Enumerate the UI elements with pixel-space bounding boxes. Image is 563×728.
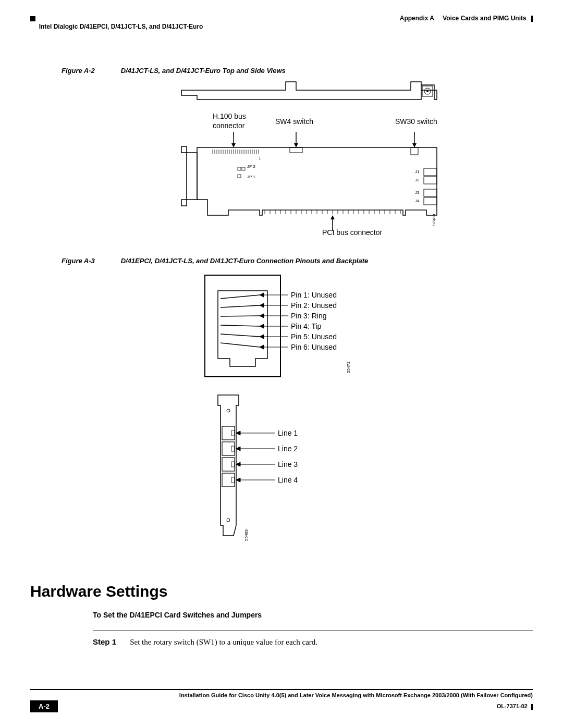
label-pin1: Pin 1: Unused bbox=[291, 291, 337, 299]
svg-rect-98 bbox=[231, 477, 235, 483]
section-title: Intel Dialogic D/41EPCI, D/41JCT-LS, and… bbox=[30, 23, 533, 30]
svg-rect-33 bbox=[424, 189, 437, 196]
svg-line-76 bbox=[221, 343, 260, 347]
figure-a3-caption: Figure A-3 D/41EPCI, D/41JCT-LS, and D/4… bbox=[62, 257, 533, 265]
label-fig3-back-num: 55469 bbox=[244, 529, 249, 541]
label-line2: Line 2 bbox=[278, 445, 298, 453]
label-pin4: Pin 4: Tip bbox=[291, 322, 321, 330]
label-jp2: JP 2 bbox=[247, 164, 255, 169]
svg-rect-34 bbox=[424, 198, 437, 205]
appendix-title: Voice Cards and PIMG Units bbox=[443, 15, 526, 22]
svg-marker-86 bbox=[260, 335, 264, 339]
label-j3: J3 bbox=[415, 190, 419, 195]
svg-rect-32 bbox=[424, 177, 437, 184]
doc-number: OL-7371-02 bbox=[497, 703, 528, 709]
svg-point-90 bbox=[227, 519, 230, 522]
page-footer: Installation Guide for Cisco Unity 4.0(5… bbox=[30, 689, 533, 712]
svg-rect-27 bbox=[411, 147, 418, 155]
header-bar-icon bbox=[531, 16, 533, 22]
figure-a2-label: Figure A-2 bbox=[62, 67, 119, 75]
figure-a2-caption-text: D/41JCT-LS, and D/41JCT-Euro Top and Sid… bbox=[121, 67, 286, 75]
svg-marker-65 bbox=[294, 143, 298, 147]
svg-marker-88 bbox=[260, 345, 264, 349]
figure-a2-diagram: H.100 bus connector SW4 switch SW30 swit… bbox=[176, 80, 447, 241]
subsection-heading: To Set the D/41EPCI Card Switches and Ju… bbox=[93, 611, 533, 619]
svg-marker-102 bbox=[236, 447, 240, 451]
label-j1: J1 bbox=[415, 169, 419, 174]
svg-marker-84 bbox=[260, 324, 264, 328]
step-1-text: Set the rotary switch (SW1) to a unique … bbox=[130, 638, 317, 646]
label-j2: J2 bbox=[415, 178, 419, 182]
svg-rect-96 bbox=[231, 446, 235, 451]
label-connector: connector bbox=[213, 121, 244, 130]
figure-a3-pin-diagram: Pin 1: Unused Pin 2: Unused Pin 3: Ring … bbox=[197, 270, 406, 390]
figure-a3-label: Figure A-3 bbox=[62, 257, 119, 265]
label-fig2-num: 97480 bbox=[432, 214, 436, 226]
svg-marker-82 bbox=[260, 314, 264, 318]
label-pin2: Pin 2: Unused bbox=[291, 301, 337, 310]
label-line1: Line 1 bbox=[278, 429, 298, 437]
svg-rect-97 bbox=[231, 462, 235, 467]
svg-line-74 bbox=[221, 325, 260, 326]
appendix-label: Appendix A bbox=[400, 15, 434, 22]
svg-marker-63 bbox=[231, 143, 236, 147]
figure-a2-caption: Figure A-2 D/41JCT-LS, and D/41JCT-Euro … bbox=[62, 67, 533, 75]
svg-rect-91 bbox=[222, 426, 235, 440]
label-line3: Line 3 bbox=[278, 460, 298, 468]
svg-rect-28 bbox=[238, 167, 241, 170]
label-sw4: SW4 switch bbox=[275, 117, 313, 126]
figure-a3-caption-text: D/41EPCI, D/41JCT-LS, and D/41JCT-Euro C… bbox=[121, 257, 369, 265]
page-header: Appendix A Voice Cards and PIMG Units bbox=[30, 15, 533, 22]
svg-line-72 bbox=[221, 305, 260, 307]
svg-line-73 bbox=[221, 316, 260, 316]
svg-marker-100 bbox=[236, 431, 240, 435]
step-1: Step 1 Set the rotary switch (SW1) to a … bbox=[93, 637, 533, 647]
svg-rect-92 bbox=[222, 442, 235, 455]
label-one: 1 bbox=[259, 156, 261, 161]
label-h100-bus: H.100 bus bbox=[213, 112, 246, 120]
step-1-label: Step 1 bbox=[93, 637, 116, 646]
svg-rect-26 bbox=[290, 147, 302, 153]
label-sw30: SW30 switch bbox=[395, 117, 437, 126]
svg-marker-80 bbox=[260, 303, 264, 307]
svg-rect-29 bbox=[242, 167, 245, 170]
svg-line-71 bbox=[221, 295, 260, 299]
footer-bar-icon bbox=[531, 704, 533, 710]
label-pin3: Pin 3: Ring bbox=[291, 312, 326, 320]
svg-rect-30 bbox=[238, 175, 241, 178]
svg-marker-78 bbox=[260, 293, 264, 297]
svg-point-89 bbox=[227, 409, 230, 412]
label-line4: Line 4 bbox=[278, 476, 298, 484]
svg-rect-95 bbox=[231, 430, 235, 436]
svg-rect-94 bbox=[222, 473, 235, 487]
divider-icon bbox=[93, 631, 533, 631]
section-heading: Hardware Settings bbox=[30, 583, 533, 600]
footer-rule-icon bbox=[30, 689, 533, 690]
label-pin6: Pin 6: Unused bbox=[291, 343, 337, 351]
svg-rect-93 bbox=[222, 458, 235, 471]
svg-point-2 bbox=[426, 90, 429, 92]
svg-rect-31 bbox=[424, 168, 437, 176]
label-pin5: Pin 5: Unused bbox=[291, 332, 337, 341]
footer-title: Installation Guide for Cisco Unity 4.0(5… bbox=[77, 692, 533, 698]
section-title-text: Intel Dialogic D/41EPCI, D/41JCT-LS, and… bbox=[39, 23, 203, 30]
svg-marker-67 bbox=[412, 143, 417, 147]
label-jp1: JP 1 bbox=[247, 175, 255, 179]
page-number: A-2 bbox=[30, 700, 58, 712]
header-bullet-icon bbox=[30, 16, 35, 21]
label-fig3-pin-num: 55471 bbox=[346, 362, 351, 373]
svg-marker-104 bbox=[236, 462, 240, 466]
svg-marker-106 bbox=[236, 478, 240, 482]
svg-line-75 bbox=[221, 334, 260, 337]
label-j4: J4 bbox=[415, 199, 419, 203]
label-pci-bus: PCI bus connector bbox=[322, 228, 382, 237]
svg-marker-69 bbox=[331, 215, 335, 219]
figure-a3-backplate-diagram: Line 1 Line 2 Line 3 Line 4 55469 bbox=[192, 390, 400, 551]
